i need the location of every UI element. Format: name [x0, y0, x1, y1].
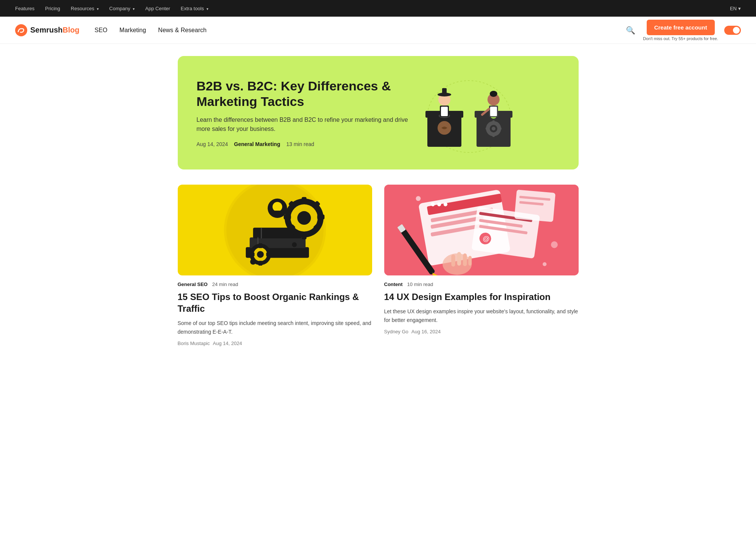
main-navigation: SemrushBlog SEO Marketing News & Researc… — [0, 17, 756, 44]
article-author-seo: Boris Mustapic Aug 14, 2024 — [178, 341, 372, 346]
article-category-seo: General SEO — [178, 281, 208, 287]
article-title-seo: 15 SEO Tips to Boost Organic Rankings & … — [178, 291, 372, 314]
hero-content: B2B vs. B2C: Key Differences & Marketing… — [197, 78, 408, 147]
lang-selector[interactable]: EN ▾ — [730, 6, 741, 11]
search-icon: 🔍 — [626, 26, 635, 34]
svg-rect-83 — [468, 256, 472, 266]
article-meta-ux: Content 10 min read — [384, 281, 579, 287]
topnav-company[interactable]: Company ▾ — [109, 6, 135, 11]
svg-rect-82 — [463, 253, 467, 266]
cta-wrapper: Create free account Don't miss out. Try … — [643, 20, 718, 41]
nav-actions: 🔍 Create free account Don't miss out. Tr… — [624, 20, 741, 41]
article-desc-seo: Some of our top SEO tips include meeting… — [178, 319, 372, 336]
svg-rect-81 — [457, 252, 461, 266]
hero-article-card[interactable]: B2B vs. B2C: Key Differences & Marketing… — [178, 56, 579, 169]
article-read-time-seo: 24 min read — [212, 281, 238, 287]
svg-rect-18 — [492, 134, 495, 137]
create-account-button[interactable]: Create free account — [647, 20, 715, 35]
hero-read-time: 13 min read — [286, 141, 314, 147]
theme-toggle[interactable] — [724, 26, 741, 35]
article-card-seo[interactable]: General SEO 24 min read 15 SEO Tips to B… — [178, 185, 372, 346]
logo-link[interactable]: SemrushBlog — [15, 24, 79, 36]
svg-rect-52 — [258, 261, 262, 266]
topnav-extratools[interactable]: Extra tools ▾ — [181, 6, 208, 11]
nav-marketing[interactable]: Marketing — [120, 27, 146, 34]
article-category-ux: Content — [384, 281, 403, 287]
svg-point-56 — [250, 259, 256, 264]
article-image-wrapper-seo — [178, 185, 372, 275]
seo-illustration — [178, 185, 372, 275]
svg-rect-17 — [492, 120, 495, 123]
article-title-ux: 14 UX Design Examples for Inspiration — [384, 291, 579, 303]
svg-rect-11 — [441, 107, 448, 116]
svg-rect-19 — [486, 128, 489, 130]
ux-illustration: @ — [384, 185, 579, 275]
hero-illustration — [416, 71, 522, 154]
top-navigation: Features Pricing Resources ▾ Company ▾ A… — [0, 0, 756, 17]
hero-date: Aug 14, 2024 — [197, 141, 228, 147]
chevron-down-icon: ▾ — [738, 6, 741, 11]
topnav-features[interactable]: Features — [15, 6, 34, 11]
svg-rect-43 — [317, 215, 324, 219]
svg-rect-80 — [451, 254, 455, 266]
hero-image — [416, 71, 522, 154]
hero-meta: Aug 14, 2024 General Marketing 13 min re… — [197, 141, 408, 147]
chevron-icon: ▾ — [97, 7, 99, 11]
blog-navigation: SEO Marketing News & Research — [95, 27, 206, 34]
svg-rect-9 — [442, 88, 447, 95]
svg-text:@: @ — [482, 235, 490, 243]
svg-point-24 — [490, 91, 497, 97]
hero-category: General Marketing — [234, 141, 280, 147]
author-date-seo: Aug 14, 2024 — [213, 341, 242, 346]
svg-point-50 — [257, 251, 264, 258]
article-image-ux: @ — [384, 185, 579, 275]
svg-rect-54 — [266, 252, 271, 256]
article-author-ux: Sydney Go Aug 16, 2024 — [384, 329, 579, 334]
logo-brand-text: SemrushBlog — [30, 26, 79, 34]
svg-rect-41 — [301, 232, 306, 239]
topnav-appcenter[interactable]: App Center — [145, 6, 170, 11]
search-button[interactable]: 🔍 — [624, 24, 637, 36]
svg-point-84 — [416, 196, 421, 201]
svg-point-16 — [492, 127, 495, 131]
main-content: B2B vs. B2C: Key Differences & Marketing… — [170, 44, 586, 358]
svg-point-39 — [297, 211, 311, 225]
article-image-wrapper-ux: @ — [384, 185, 579, 275]
semrush-logo-icon — [15, 24, 27, 36]
article-image-seo — [178, 185, 372, 275]
article-card-ux[interactable]: @ — [384, 185, 579, 346]
nav-seo[interactable]: SEO — [95, 27, 107, 34]
author-name-seo: Boris Mustapic — [178, 341, 210, 346]
topnav-resources[interactable]: Resources ▾ — [71, 6, 99, 11]
svg-point-0 — [15, 24, 27, 36]
svg-rect-51 — [258, 243, 262, 248]
author-name-ux: Sydney Go — [384, 329, 408, 334]
svg-rect-73 — [514, 190, 555, 222]
article-desc-ux: Let these UX design examples inspire you… — [384, 307, 579, 324]
svg-rect-53 — [250, 252, 255, 256]
chevron-icon: ▾ — [133, 7, 135, 11]
nav-news-research[interactable]: News & Research — [158, 27, 206, 34]
svg-point-57 — [292, 242, 297, 247]
hero-description: Learn the differences between B2B and B2… — [197, 115, 408, 134]
article-meta-seo: General SEO 24 min read — [178, 281, 372, 287]
svg-point-86 — [542, 262, 546, 266]
svg-point-85 — [551, 241, 557, 248]
chevron-icon: ▾ — [206, 7, 208, 11]
article-grid: General SEO 24 min read 15 SEO Tips to B… — [178, 185, 579, 346]
svg-point-36 — [272, 202, 282, 211]
author-date-ux: Aug 16, 2024 — [411, 329, 441, 334]
svg-rect-40 — [301, 197, 306, 204]
article-read-time-ux: 10 min read — [407, 281, 433, 287]
svg-rect-26 — [490, 107, 497, 116]
hero-title: B2B vs. B2C: Key Differences & Marketing… — [197, 78, 408, 109]
svg-rect-42 — [284, 215, 291, 219]
cta-subtext: Don't miss out. Try 55+ products for fre… — [643, 36, 718, 41]
svg-rect-20 — [498, 128, 501, 130]
topnav-pricing[interactable]: Pricing — [45, 6, 60, 11]
